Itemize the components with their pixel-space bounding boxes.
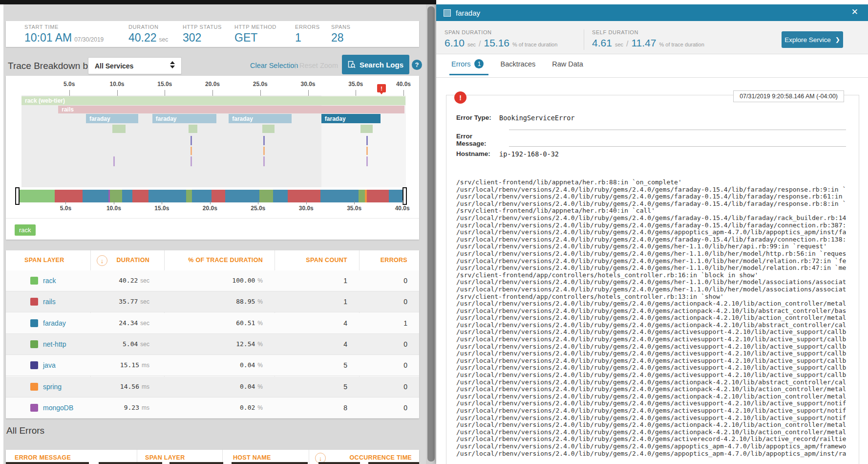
span-bar-faraday[interactable]: faraday — [86, 114, 138, 123]
explore-service-button[interactable]: Explore Service ❯ — [782, 31, 843, 48]
axis-tick-mark — [210, 200, 211, 204]
summary-spans: SPANS 28 — [331, 24, 350, 44]
scrollbar-thumb[interactable] — [427, 6, 435, 462]
tab-raw-data[interactable]: Raw Data — [552, 60, 583, 68]
span-tick-mongoDB[interactable] — [113, 156, 115, 166]
count-cell: 1 — [275, 277, 347, 285]
col-span-count[interactable]: SPAN COUNT — [275, 257, 347, 264]
layer-color-swatch — [30, 298, 38, 306]
col-duration[interactable]: DURATION — [6, 257, 149, 264]
chevron-right-icon: ❯ — [835, 36, 840, 43]
span-tick-mongoDB[interactable] — [366, 156, 368, 166]
axis-tick-mark — [212, 90, 213, 96]
span-bar-rack[interactable]: rack (web-tier) — [21, 96, 405, 105]
error-marker-icon[interactable]: ! — [377, 84, 386, 92]
error-detail-card: ! 07/31/2019 9:20:58.146 AM (-04:00) Err… — [446, 95, 859, 464]
table-row[interactable]: java15.15ms0.04%50 — [6, 355, 419, 376]
summary-errors: ERRORS 1 — [295, 24, 320, 44]
span-bar-faraday[interactable]: faraday — [321, 114, 381, 123]
col-errors[interactable]: ERRORS — [359, 257, 407, 264]
span-tick-mongoDB[interactable] — [191, 156, 192, 166]
service-filter-select[interactable]: All Services — [88, 57, 182, 74]
col-error-message[interactable]: ERROR MESSAGE — [15, 454, 71, 461]
errors-cell: 0 — [359, 298, 407, 306]
layer-link[interactable]: mongoDB — [43, 404, 73, 412]
span-bar-faraday[interactable]: faraday — [152, 114, 216, 123]
table-row[interactable]: spring14.56ms0.04%50 — [6, 376, 419, 398]
span-bar-net-http[interactable] — [262, 125, 275, 133]
span-bar-net-http[interactable] — [189, 125, 197, 133]
minimap-segment — [83, 190, 108, 202]
trace-waterfall-card: 5.0s10.0s15.0s20.0s25.0s30.0s35.0s40.0s … — [6, 76, 419, 240]
minimap-segment — [259, 190, 273, 202]
axis-tick-label: 20.0s — [203, 205, 217, 212]
col-pct-trace[interactable]: % OF TRACE DURATION — [164, 257, 263, 264]
layer-link[interactable]: faraday — [43, 319, 66, 327]
span-tick-spring[interactable] — [263, 147, 265, 155]
select-caret-icon — [170, 61, 175, 68]
tab-errors[interactable]: Errors1 — [451, 59, 484, 68]
span-bar-net-http[interactable] — [360, 125, 373, 133]
minimap-segment — [288, 190, 320, 202]
layer-link[interactable]: spring — [43, 383, 62, 391]
error-timestamp: 07/31/2019 9:20:58.146 AM (-04:00) — [733, 90, 844, 102]
span-tick-spring[interactable] — [366, 147, 368, 155]
span-detail-panel: faraday ✕ SPAN DURATION 6.10 sec / 15.16… — [436, 0, 868, 464]
tab-label: Errors — [451, 60, 470, 68]
span-bar-rails[interactable]: rails — [58, 106, 404, 113]
errors-cell: 0 — [359, 383, 407, 391]
table-row[interactable]: mongoDB9.23ms0.02%80 — [6, 398, 419, 419]
minimap-segment — [122, 190, 132, 202]
minimap-handle-right[interactable] — [402, 187, 407, 205]
errors-cell: 0 — [359, 361, 407, 369]
cutoff-row-strip — [6, 462, 419, 464]
search-logs-button[interactable]: Search Logs — [342, 55, 409, 74]
duration-cell: 9.23ms — [90, 404, 149, 411]
col-host-name[interactable]: HOST NAME — [233, 454, 271, 461]
layer-link[interactable]: java — [43, 361, 56, 369]
table-row[interactable]: rails35.77sec88.95%10 — [6, 291, 419, 312]
span-tick-java[interactable] — [263, 136, 265, 145]
panel-duration-bar: SPAN DURATION 6.10 sec / 15.16 % of trac… — [436, 21, 868, 54]
span-bar-faraday[interactable]: faraday — [229, 114, 292, 123]
table-row[interactable]: faraday24.34sec60.51%41 — [6, 313, 419, 334]
layer-color-swatch — [30, 383, 38, 391]
minimap-handle-left[interactable] — [15, 187, 20, 205]
pct-cell: 100.00% — [164, 277, 263, 284]
clear-selection-link[interactable]: Clear Selection — [250, 62, 298, 69]
metric-divider — [584, 29, 584, 50]
axis-tick-label: 40.0s — [396, 81, 411, 88]
layer-color-icon — [444, 9, 451, 17]
axis-tick-mark — [308, 90, 309, 96]
axis-tick-mark — [65, 200, 66, 204]
span-tick-java[interactable] — [366, 136, 368, 145]
layer-link[interactable]: rails — [43, 298, 56, 306]
duration-cell: 15.15ms — [90, 361, 149, 369]
span-bar-net-http[interactable] — [112, 125, 126, 133]
close-icon[interactable]: ✕ — [851, 7, 858, 17]
axis-tick-mark — [114, 200, 114, 204]
page-scrollbar[interactable] — [426, 4, 436, 464]
col-occurrence-time[interactable]: OCCURRENCE TIME — [309, 454, 412, 461]
span-tick-mongoDB[interactable] — [263, 156, 265, 166]
table-row[interactable]: rack40.22sec100.00%10 — [6, 270, 419, 291]
selected-layer-tag[interactable]: rack — [15, 224, 36, 236]
bar-label: faraday — [325, 115, 346, 122]
errors-cell: 0 — [359, 404, 407, 412]
errors-cell: 0 — [359, 340, 407, 348]
count-cell: 4 — [275, 319, 347, 327]
span-tick-java[interactable] — [191, 136, 192, 145]
minimap-segment — [225, 190, 259, 202]
span-tick-spring[interactable] — [191, 147, 192, 155]
layer-link[interactable]: net-http — [43, 340, 66, 348]
layer-link[interactable]: rack — [43, 277, 56, 285]
table-row[interactable]: net-http5.04sec12.54%40 — [6, 334, 419, 355]
tab-backtraces[interactable]: Backtraces — [500, 60, 535, 68]
pct-cell: 0.04% — [164, 383, 263, 390]
axis-tick-label: 30.0s — [299, 205, 314, 212]
axis-tick-mark — [354, 200, 355, 204]
layer-color-swatch — [30, 319, 38, 327]
timeline-minimap[interactable] — [18, 190, 404, 202]
help-icon[interactable]: ? — [412, 60, 422, 70]
col-error-span-layer[interactable]: SPAN LAYER — [145, 454, 185, 461]
